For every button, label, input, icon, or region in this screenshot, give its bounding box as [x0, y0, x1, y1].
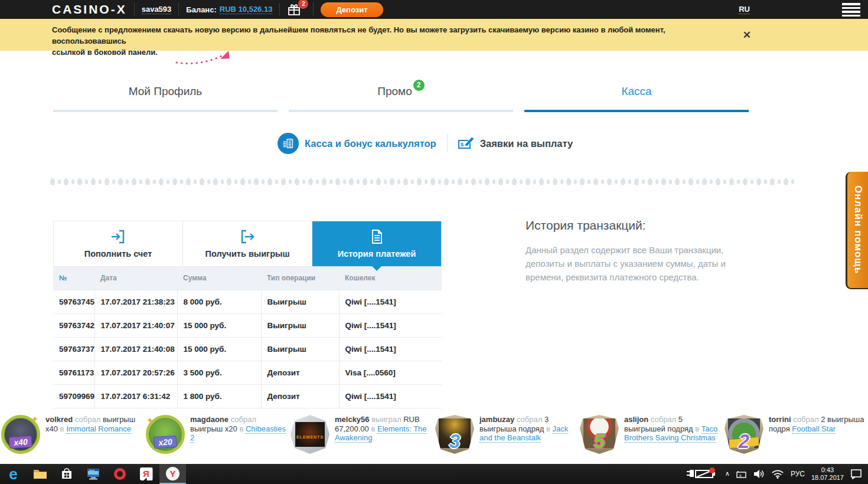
banner-text: Сообщение с предложением скачать новую в…: [52, 24, 731, 58]
edge-icon[interactable]: e: [0, 464, 27, 484]
wifi-icon[interactable]: [771, 469, 784, 479]
yandex-browser-icon[interactable]: Y: [159, 464, 186, 484]
col-wallet: Кошелек: [339, 267, 442, 290]
winner-item: 2 torrini собрал 2 выигрыша подря Footba…: [725, 413, 868, 464]
winner-game-link[interactable]: Immortal Romance: [66, 424, 131, 434]
opera-icon[interactable]: [106, 464, 133, 484]
gift-icon[interactable]: 2: [287, 2, 302, 17]
svg-text:x: x: [739, 473, 742, 477]
winner-username: torrini: [769, 415, 791, 424]
history-info: История транзакций: Данный раздел содерж…: [526, 218, 762, 284]
arrow-in-icon: [110, 229, 126, 244]
table-header-row: № Дата Сумма Тип операции Кошелек: [53, 267, 442, 290]
online-help-button[interactable]: Онлайн помощь: [846, 172, 868, 289]
divider: [279, 4, 280, 15]
winner-item: 5 aslijon собрал 5 выигрышей подряд в Ta…: [580, 413, 725, 464]
time: 0:43: [811, 466, 844, 474]
table-row: 5976117317.07.2017 20:57:263 500 руб. Де…: [53, 361, 442, 384]
monitor-icon[interactable]: lenovo: [80, 464, 106, 484]
winner-username: volkred: [45, 415, 73, 424]
hamburger-menu-icon[interactable]: [842, 3, 860, 18]
payments-tabs: Пополнить счет Получить выигрыш История …: [53, 221, 442, 267]
col-date: Дата: [94, 267, 177, 290]
close-icon[interactable]: ✕: [743, 29, 751, 41]
deposit-button[interactable]: Депозит: [321, 2, 383, 17]
language-switcher[interactable]: RU: [739, 5, 750, 14]
notification-banner: Сообщение с предложением скачать новую в…: [0, 19, 868, 51]
windows-store-icon[interactable]: [53, 464, 80, 484]
winner-avatar: 5: [580, 415, 619, 454]
action-center-icon[interactable]: [850, 469, 862, 479]
tab-cashier[interactable]: Касса: [524, 81, 749, 112]
transactions-tbody: 5976374517.07.2017 21:38:238 000 руб. Вы…: [53, 290, 442, 408]
history-description: Данный раздел содержит все Ваши транзакц…: [526, 243, 762, 284]
divider: [313, 4, 314, 15]
gift-badge: 2: [298, 0, 308, 9]
input-indicator-icon[interactable]: x: [736, 470, 746, 478]
divider: [447, 135, 448, 152]
winner-item: x40 volkred собрал выигрыш x40 в Immorta…: [1, 413, 146, 464]
cashier-calculator-icon[interactable]: [278, 133, 299, 154]
chevron-up-icon[interactable]: ∧: [725, 470, 730, 478]
payout-requests-link[interactable]: Заявки на выплату: [480, 138, 573, 149]
col-operation-type: Тип операции: [261, 267, 339, 290]
balance-value-link[interactable]: RUB 10,526.13: [220, 5, 273, 14]
payout-request-icon[interactable]: $: [458, 136, 475, 151]
tab-payment-history[interactable]: История платежей: [312, 221, 441, 266]
col-amount: Сумма: [177, 267, 261, 290]
cashier-calculator-link[interactable]: Касса и бонус калькулятор: [305, 138, 436, 149]
winner-avatar: ELEMENTS: [291, 415, 329, 454]
payments-panel: Пополнить счет Получить выигрыш История …: [53, 221, 442, 408]
winner-avatar: x40: [1, 415, 40, 454]
divider: [178, 4, 179, 15]
yandex-icon[interactable]: Я: [133, 464, 159, 484]
svg-text:lenovo: lenovo: [89, 469, 94, 472]
tab-top-up-account[interactable]: Пополнить счет: [54, 221, 183, 266]
svg-text:$: $: [461, 142, 464, 148]
casino-x-logo[interactable]: CASINO-X: [52, 2, 127, 17]
winner-game-link[interactable]: Football Star: [792, 424, 836, 434]
table-row: 5976374217.07.2017 21:40:0715 000 руб. В…: [53, 313, 442, 337]
keyboard-language[interactable]: РУС: [791, 470, 805, 478]
table-row: 5970996917.07.2017 6:31:421 800 руб. Деп…: [53, 384, 442, 408]
winner-avatar: 3: [435, 415, 474, 454]
top-header: CASINO-X sava593 Баланс: RUB 10,526.13 2…: [0, 0, 868, 19]
winners-bar: x40 volkred собрал выигрыш x40 в Immorta…: [0, 409, 868, 464]
balance-label: Баланс:: [186, 5, 216, 14]
file-explorer-icon[interactable]: [27, 464, 53, 484]
history-title: История транзакций:: [526, 218, 762, 233]
table-row: 5976373717.07.2017 21:40:0815 000 руб. В…: [53, 337, 442, 361]
date: 18.07.2017: [811, 474, 844, 482]
winner-avatar: x20: [146, 415, 185, 454]
winner-username: magdaone: [190, 415, 229, 424]
volume-icon[interactable]: [753, 469, 765, 479]
system-tray: ∧ x РУС 0:43 18.07.2017: [686, 466, 868, 482]
winner-item: 3 jambuzay собрал 3 выигрыша подряд в Ja…: [435, 413, 580, 464]
tab-get-winnings[interactable]: Получить выигрыш: [183, 221, 312, 266]
arrow-out-icon: [239, 229, 256, 244]
table-row: 5976374517.07.2017 21:38:238 000 руб. Вы…: [53, 290, 442, 313]
battery-charging-icon[interactable]: [686, 467, 719, 480]
winner-item: ELEMENTS melcky56 выиграл RUB 67,200.00 …: [291, 413, 435, 464]
tab-my-profile[interactable]: Мой Профиль: [53, 81, 278, 112]
clock[interactable]: 0:43 18.07.2017: [811, 466, 844, 482]
transactions-table: № Дата Сумма Тип операции Кошелек 597637…: [53, 267, 442, 408]
winner-avatar: 2: [725, 415, 763, 454]
cashier-subnav: Касса и бонус калькулятор $ Заявки на вы…: [278, 132, 573, 155]
winner-item: x20 magdaone собрал выигрыш x20 в Chibea…: [146, 413, 291, 464]
dotted-divider: [50, 178, 819, 186]
promo-badge: 2: [413, 80, 425, 91]
winner-username: melcky56: [335, 415, 370, 424]
winner-username: aslijon: [624, 415, 648, 424]
document-icon: [370, 229, 384, 244]
divider: [134, 4, 135, 15]
main-tabs: Мой Профиль Промо2 Касса: [53, 81, 750, 112]
col-number: №: [53, 267, 94, 290]
username-link[interactable]: sava593: [142, 5, 172, 14]
dotted-arrow-decoration: [174, 50, 239, 66]
tab-promo[interactable]: Промо2: [289, 81, 513, 112]
winner-username: jambuzay: [479, 415, 514, 424]
taskbar: e lenovo Я Y ∧ x РУ: [0, 464, 868, 484]
